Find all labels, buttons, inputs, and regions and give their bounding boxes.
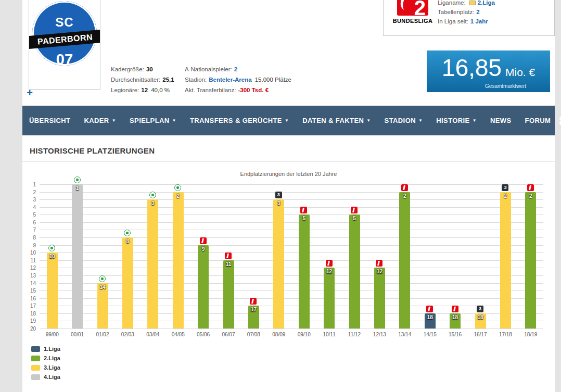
chart-bar-09-10[interactable]: [299, 214, 310, 328]
dfb-league-badge-icon: [74, 176, 81, 183]
chart-bar-11-12[interactable]: [349, 214, 360, 328]
nav-item-spielplan[interactable]: SPIELPLAN▼: [123, 106, 183, 135]
x-axis-label: 05/06: [190, 332, 215, 337]
nav-item-daten-fakten[interactable]: DATEN & FAKTEN▼: [296, 106, 377, 135]
gridline: [40, 328, 543, 329]
nav-item-historie[interactable]: HISTORIE▼: [429, 106, 483, 135]
crest-text-07: 07: [32, 51, 97, 68]
gridline: [40, 214, 543, 215]
league-info-box: 2 BUNDESLIGA Liganame:2.LigaTabellenplat…: [383, 0, 555, 36]
y-axis-label: 14: [26, 281, 36, 286]
nav-item-kader[interactable]: KADER▼: [77, 106, 123, 135]
nav-item-forum[interactable]: FORUM: [518, 106, 558, 135]
dfb-league-badge-icon: [99, 275, 106, 282]
y-axis-label: 10: [26, 250, 36, 256]
y-axis-label: 8: [26, 235, 36, 241]
gridline: [40, 207, 543, 208]
chart-bar-02-03[interactable]: [122, 237, 133, 328]
chevron-down-icon: ▼: [172, 118, 176, 123]
fact-label: Akt. Transferbilanz:: [185, 87, 236, 93]
market-value-amount: 16,85: [442, 54, 502, 81]
x-axis-label: 15/16: [442, 332, 467, 337]
x-axis-label: 10/11: [316, 332, 341, 337]
dfb-league-badge-icon: [124, 230, 131, 236]
bundesliga-2-number: 2: [414, 0, 426, 16]
legend-swatch: [31, 365, 40, 371]
chart-bar-99-00[interactable]: [47, 252, 58, 328]
fact-label: Legionäre:: [111, 87, 139, 93]
chart-bar-06-07[interactable]: [223, 260, 234, 328]
expand-button[interactable]: +: [24, 87, 35, 98]
x-axis-label: 04/05: [165, 332, 190, 337]
bar-value-label: 2: [172, 193, 185, 199]
fact-value[interactable]: Benteler-Arena: [209, 77, 251, 83]
x-axis-label: 17/18: [493, 332, 518, 337]
y-axis-label: 11: [26, 258, 36, 263]
nav-item-stadion[interactable]: STADION▼: [378, 106, 430, 135]
club-facts-column-1: Kadergröße:30Durchschnittsalter:25,1Legi…: [111, 64, 174, 95]
settings-gear-icon[interactable]: [557, 113, 561, 129]
bar-value-label: 17: [247, 307, 260, 312]
league-info-value[interactable]: 2.Liga: [478, 0, 495, 6]
bar-value-label: 18: [449, 314, 462, 320]
bundesliga-2-logo[interactable]: 2 BUNDESLIGA: [390, 0, 436, 24]
bundesliga-2-logo-icon: 2: [397, 0, 428, 16]
league-info-value[interactable]: 1 Jahr: [470, 18, 488, 24]
legend-item-2liga[interactable]: 2.Liga: [31, 353, 60, 363]
bl-league-badge-icon: [376, 260, 382, 267]
bl-league-badge-icon: [401, 184, 408, 191]
nav-item-uebersicht[interactable]: ÜBERSICHT: [22, 106, 77, 135]
chart-bar-18-19[interactable]: [525, 192, 536, 328]
y-axis-label: 17: [26, 303, 36, 309]
gridline: [40, 298, 543, 299]
gridline: [40, 283, 543, 284]
chart-bar-03-04[interactable]: [147, 199, 158, 328]
x-axis-label: 01/02: [90, 332, 115, 337]
bar-value-label: 12: [323, 269, 336, 274]
nav-item-transfers-geruechte[interactable]: TRANSFERS & GERÜCHTE▼: [183, 106, 296, 135]
main-panel: SC 07 PADERBORN Kadergröße:30Durchschnit…: [22, 0, 555, 392]
bar-value-label: 3: [146, 200, 159, 206]
y-axis-label: 1: [26, 182, 36, 187]
chart-bar-08-09[interactable]: [273, 199, 284, 328]
fact-value[interactable]: 2: [234, 66, 237, 72]
main-nav: ÜBERSICHTKADER▼SPIELPLAN▼TRANSFERS & GER…: [22, 106, 555, 135]
chart-bar-13-14[interactable]: [399, 192, 410, 328]
league-info-rows: Liganame:2.LigaTabellenplatz:2In Liga se…: [438, 0, 495, 26]
bl-league-badge-icon: [200, 237, 207, 244]
liga3-league-badge-icon: [502, 184, 508, 191]
legend-item-1liga[interactable]: 1.Liga: [31, 344, 60, 353]
legend-item-3liga[interactable]: 3.Liga: [31, 363, 60, 372]
chart-bar-00-01[interactable]: [72, 184, 83, 328]
y-axis-label: 9: [26, 243, 36, 248]
chevron-down-icon: ▼: [366, 118, 371, 123]
bar-value-label: 18: [474, 314, 487, 320]
market-value-unit: Mio. €: [505, 66, 535, 78]
market-value-caption: Gesamtmarktwert: [485, 83, 526, 89]
fact-value: 25,1: [162, 77, 174, 83]
x-axis-label: 18/19: [518, 332, 543, 337]
page-title: HISTORISCHE PLATZIERUNGEN: [30, 146, 155, 155]
y-axis-label: 20: [26, 326, 36, 332]
bl-league-badge-icon: [225, 252, 232, 259]
legend-item-4liga[interactable]: 4.Liga: [31, 372, 60, 382]
bar-value-label: 8: [121, 238, 134, 244]
chart-bar-10-11[interactable]: [324, 268, 335, 328]
gridline: [40, 306, 543, 306]
chart-bar-04-05[interactable]: [173, 192, 184, 328]
crest-text-sc: SC: [32, 15, 97, 30]
league-info-value[interactable]: 2: [476, 9, 479, 15]
fact-extra: 15.000 Plätze: [255, 77, 291, 83]
chart-bar-17-18[interactable]: [500, 192, 511, 328]
chart-bar-12-13[interactable]: [374, 268, 385, 328]
bar-value-label: 14: [96, 284, 109, 290]
bl-league-badge-icon: [326, 260, 333, 267]
bar-value-label: 12: [373, 269, 386, 274]
fact-value: 12: [141, 87, 148, 93]
chevron-down-icon: ▼: [473, 118, 477, 123]
chart-bar-05-06[interactable]: [198, 245, 209, 328]
nav-item-news[interactable]: NEWS: [483, 106, 518, 135]
x-axis-label: 08/09: [266, 332, 291, 337]
league-info-label: In Liga seit:: [438, 18, 468, 24]
legend-label: 1.Liga: [44, 346, 60, 352]
